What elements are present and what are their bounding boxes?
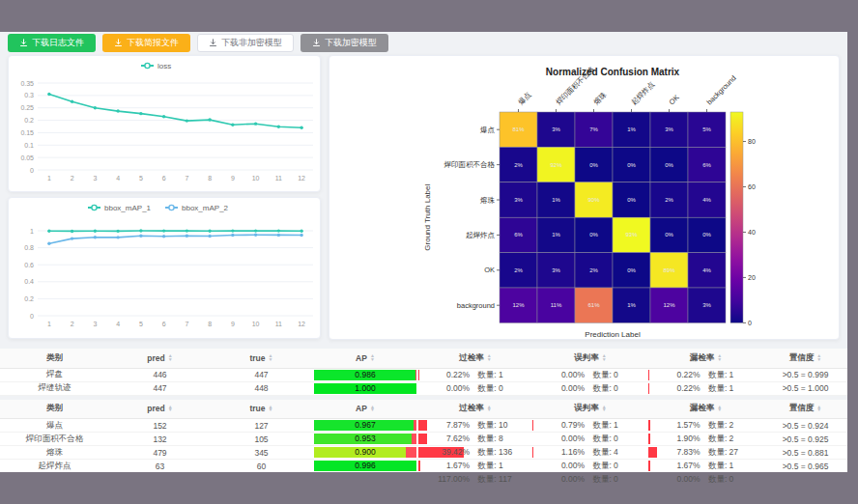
table-row: 爆点1521270.9677.87%数量: 100.79%数量: 11.57%数… bbox=[0, 419, 847, 433]
over-detection-cell: 7.87%数量: 10 bbox=[418, 419, 532, 433]
download-log-button[interactable]: 下载日志文件 bbox=[8, 34, 96, 52]
svg-text:3%: 3% bbox=[702, 302, 711, 308]
sort-icon[interactable]: ▲▼ bbox=[602, 354, 607, 361]
svg-text:0%: 0% bbox=[702, 232, 711, 238]
column-header[interactable]: AP▲▼ bbox=[312, 400, 418, 419]
metric-count: 数量: 0 bbox=[708, 473, 733, 486]
download-log-label: 下载日志文件 bbox=[32, 37, 84, 49]
sort-icon[interactable]: ▲▼ bbox=[168, 354, 173, 361]
pred-count-cell: 152 bbox=[109, 419, 211, 433]
svg-text:92%: 92% bbox=[550, 162, 562, 168]
sort-icon[interactable]: ▲▼ bbox=[717, 354, 722, 361]
sort-icon[interactable]: ▲▼ bbox=[370, 354, 375, 361]
svg-text:0%: 0% bbox=[665, 232, 673, 238]
svg-text:1: 1 bbox=[47, 175, 51, 182]
pred-count-cell: 132 bbox=[109, 433, 211, 446]
column-header-label: 类别 bbox=[46, 403, 63, 414]
svg-text:4: 4 bbox=[116, 175, 120, 182]
sort-icon[interactable]: ▲▼ bbox=[717, 406, 722, 412]
sort-icon[interactable]: ▲▼ bbox=[816, 406, 821, 412]
column-header-label: pred bbox=[147, 404, 164, 413]
sort-icon[interactable]: ▲▼ bbox=[168, 406, 173, 412]
svg-text:爆点: 爆点 bbox=[517, 90, 533, 106]
misjudge-cell: 0.00%数量: 0 bbox=[532, 368, 648, 381]
metric-percent: 7.87% bbox=[418, 419, 470, 432]
svg-text:4%: 4% bbox=[702, 267, 711, 273]
column-header[interactable]: 过检率▲▼ bbox=[418, 400, 532, 419]
column-header[interactable]: 误判率▲▼ bbox=[532, 349, 648, 368]
column-header[interactable]: AP▲▼ bbox=[312, 349, 418, 368]
download-encrypted-model-label: 下载加密模型 bbox=[325, 37, 377, 49]
sort-icon[interactable]: ▲▼ bbox=[487, 354, 492, 361]
download-icon bbox=[312, 39, 321, 47]
dashboard-content: 下载日志文件 下载简报文件 下载非加密模型 下载加密模型 loss00.050.… bbox=[0, 32, 847, 472]
svg-text:2: 2 bbox=[71, 321, 74, 327]
metric-count: 数量: 1 bbox=[708, 460, 733, 472]
sort-icon[interactable]: ▲▼ bbox=[487, 406, 492, 412]
sort-icon[interactable]: ▲▼ bbox=[269, 406, 273, 412]
column-header[interactable]: 置信度▲▼ bbox=[763, 349, 847, 368]
download-plain-model-label: 下载非加密模型 bbox=[221, 37, 282, 49]
loss-line-chart[interactable]: loss00.050.10.150.20.250.30.351234567891… bbox=[9, 56, 321, 192]
column-header[interactable]: true▲▼ bbox=[211, 349, 312, 368]
over-detection-cell: 1.67%数量: 1 bbox=[418, 460, 532, 473]
svg-text:61%: 61% bbox=[587, 302, 600, 308]
svg-text:3%: 3% bbox=[552, 267, 560, 273]
true-count-cell: 345 bbox=[211, 446, 312, 460]
svg-text:background: background bbox=[705, 73, 738, 106]
svg-text:Prediction Label: Prediction Label bbox=[585, 330, 641, 339]
column-header[interactable]: 误判率▲▼ bbox=[532, 400, 648, 419]
svg-text:0: 0 bbox=[748, 320, 752, 326]
download-icon bbox=[209, 39, 217, 47]
misjudge-cell: 0.00%数量: 0 bbox=[532, 381, 648, 395]
metric-count: 数量: 0 bbox=[477, 382, 502, 395]
column-header[interactable]: 置信度▲▼ bbox=[763, 400, 847, 419]
metric-percent: 0.00% bbox=[418, 382, 470, 395]
ap-value: 0.967 bbox=[314, 420, 416, 431]
column-header[interactable]: true▲▼ bbox=[211, 400, 312, 419]
column-header[interactable]: pred▲▼ bbox=[109, 400, 211, 419]
svg-text:0%: 0% bbox=[589, 232, 598, 238]
pred-count-cell: 447 bbox=[109, 381, 211, 395]
download-encrypted-model-button[interactable]: 下载加密模型 bbox=[300, 34, 388, 52]
sort-icon[interactable]: ▲▼ bbox=[602, 406, 607, 412]
svg-text:5: 5 bbox=[139, 321, 143, 327]
column-header: 类别 bbox=[0, 349, 109, 368]
svg-text:1%: 1% bbox=[552, 197, 560, 203]
svg-text:bbox_mAP_1: bbox_mAP_1 bbox=[104, 204, 152, 212]
download-brief-button[interactable]: 下载简报文件 bbox=[102, 34, 190, 52]
column-header[interactable]: pred▲▼ bbox=[109, 349, 211, 368]
true-count-cell: 127 bbox=[211, 419, 312, 433]
svg-text:90%: 90% bbox=[587, 197, 600, 203]
svg-text:12: 12 bbox=[298, 175, 305, 182]
column-header-label: 漏检率 bbox=[690, 403, 715, 414]
svg-text:2%: 2% bbox=[589, 267, 598, 273]
metric-count: 数量: 1 bbox=[477, 369, 502, 381]
column-header-label: 类别 bbox=[46, 352, 63, 364]
svg-text:熔珠: 熔珠 bbox=[592, 90, 609, 106]
metric-percent: 1.67% bbox=[648, 460, 701, 472]
metric-percent: 0.00% bbox=[532, 460, 585, 472]
ap-value: 1.000 bbox=[314, 383, 416, 394]
metric-count: 数量: 8 bbox=[477, 433, 502, 445]
ap-cell: 1.000 bbox=[312, 381, 418, 395]
misjudge-cell: 0.79%数量: 1 bbox=[532, 419, 648, 433]
ap-cell: 0.996 bbox=[312, 460, 418, 473]
sort-icon[interactable]: ▲▼ bbox=[816, 354, 821, 361]
download-plain-model-button[interactable]: 下载非加密模型 bbox=[197, 34, 294, 52]
sort-icon[interactable]: ▲▼ bbox=[269, 354, 273, 361]
metric-percent: 1.57% bbox=[648, 419, 701, 432]
svg-text:60: 60 bbox=[748, 183, 756, 190]
bbox-map-chart-card: bbox_mAP_1bbox_mAP_200.20.40.60.81123456… bbox=[8, 197, 321, 339]
sort-icon[interactable]: ▲▼ bbox=[370, 406, 375, 412]
svg-text:0%: 0% bbox=[627, 162, 636, 168]
svg-text:0.05: 0.05 bbox=[20, 154, 34, 161]
column-header[interactable]: 漏检率▲▼ bbox=[648, 349, 763, 368]
bbox-map-line-chart[interactable]: bbox_mAP_1bbox_mAP_200.20.40.60.81123456… bbox=[9, 198, 321, 339]
true-count-cell: 447 bbox=[211, 368, 312, 381]
metric-percent: 0.22% bbox=[418, 369, 470, 381]
column-header[interactable]: 过检率▲▼ bbox=[418, 349, 532, 368]
column-header-label: pred bbox=[147, 353, 164, 363]
svg-text:12%: 12% bbox=[512, 302, 525, 308]
column-header[interactable]: 漏检率▲▼ bbox=[648, 400, 763, 419]
